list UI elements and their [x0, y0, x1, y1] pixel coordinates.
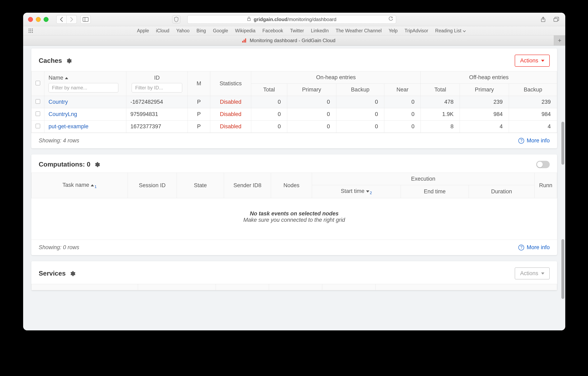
- computations-toggle[interactable]: [536, 161, 550, 168]
- col-end-time[interactable]: End time: [401, 185, 469, 198]
- cache-name-link[interactable]: CountryLng: [49, 111, 77, 117]
- select-all-checkbox[interactable]: [36, 81, 40, 85]
- col-task-name[interactable]: Task name1: [32, 173, 128, 198]
- svg-rect-0: [83, 17, 88, 21]
- col-on-primary[interactable]: Primary: [287, 84, 336, 96]
- table-row[interactable]: put-get-example1672377397PDisabled000084…: [32, 121, 557, 133]
- computations-more-info-link[interactable]: ? More info: [518, 244, 550, 251]
- caches-title: Caches: [39, 57, 62, 64]
- table-row[interactable]: CountryLng975994831PDisabled00001.9K9849…: [32, 108, 557, 121]
- col-m[interactable]: M: [188, 71, 210, 96]
- tab-title: Monitoring dashboard - GridGain Cloud: [250, 38, 336, 43]
- col-off-primary[interactable]: Primary: [460, 84, 509, 96]
- favorite-link[interactable]: Yahoo: [176, 28, 190, 33]
- svg-rect-13: [32, 32, 33, 33]
- stats-value: Disabled: [220, 111, 241, 117]
- row-checkbox[interactable]: [36, 124, 40, 128]
- sidebar-toggle[interactable]: [80, 15, 91, 24]
- services-title: Services: [39, 270, 66, 277]
- svg-rect-15: [244, 40, 245, 42]
- favorite-link[interactable]: Wikipedia: [235, 28, 256, 33]
- cache-name-link[interactable]: Country: [49, 99, 68, 105]
- svg-rect-4: [554, 18, 557, 21]
- favorite-link[interactable]: Facebook: [262, 28, 283, 33]
- favorite-link[interactable]: Apple: [137, 28, 149, 33]
- row-checkbox[interactable]: [36, 112, 40, 116]
- share-button[interactable]: [539, 15, 547, 24]
- window-controls: [28, 17, 49, 22]
- svg-rect-16: [245, 39, 246, 42]
- caches-more-info-link[interactable]: ? More info: [518, 137, 550, 144]
- services-actions-button[interactable]: Actions: [515, 267, 550, 280]
- favorite-link[interactable]: Reading List: [435, 28, 461, 33]
- tab-active[interactable]: Monitoring dashboard - GridGain Cloud: [23, 35, 554, 45]
- favorite-link[interactable]: Bing: [197, 28, 206, 33]
- col-start-time[interactable]: Start time2: [312, 185, 401, 198]
- favorite-link[interactable]: TripAdvisor: [405, 28, 428, 33]
- caret-down-icon: [541, 272, 544, 274]
- caches-actions-button[interactable]: Actions: [515, 55, 550, 67]
- row-checkbox[interactable]: [36, 99, 40, 104]
- filter-name-input[interactable]: [49, 83, 118, 93]
- close-window[interactable]: [28, 17, 33, 22]
- col-state[interactable]: State: [177, 173, 224, 198]
- tabs-button[interactable]: [552, 15, 560, 24]
- safari-window: gridgain.cloud/monitoring/dashboard Appl…: [23, 13, 565, 330]
- scrollbar[interactable]: [561, 122, 564, 165]
- url-host: gridgain.cloud: [254, 17, 288, 22]
- stats-value: Disabled: [220, 123, 241, 129]
- col-runn[interactable]: Runn: [535, 173, 557, 198]
- favorite-link[interactable]: iCloud: [156, 28, 169, 33]
- favorite-link[interactable]: Yelp: [389, 28, 398, 33]
- favorites-grid-icon[interactable]: [28, 28, 33, 33]
- caches-table: Name ID M Statistics On-heap entries Off…: [31, 71, 557, 133]
- new-tab-button[interactable]: +: [554, 35, 565, 45]
- col-on-near[interactable]: Near: [384, 84, 421, 96]
- privacy-report-button[interactable]: [172, 15, 180, 23]
- minimize-window[interactable]: [36, 17, 41, 22]
- services-card: Services Actions: [31, 261, 557, 290]
- back-button[interactable]: [56, 15, 66, 24]
- col-nodes[interactable]: Nodes: [271, 173, 312, 198]
- titlebar: gridgain.cloud/monitoring/dashboard: [23, 13, 565, 26]
- filter-id-input[interactable]: [132, 83, 182, 93]
- svg-rect-7: [32, 29, 33, 30]
- svg-rect-2: [247, 18, 250, 21]
- col-session-id[interactable]: Session ID: [128, 173, 177, 198]
- gear-icon[interactable]: [66, 58, 72, 64]
- col-on-total[interactable]: Total: [251, 84, 287, 96]
- cache-name-link[interactable]: put-get-example: [49, 123, 88, 129]
- col-duration[interactable]: Duration: [469, 185, 535, 198]
- favorite-link[interactable]: LinkedIn: [311, 28, 329, 33]
- zoom-window[interactable]: [44, 17, 49, 22]
- sort-asc-icon: [65, 77, 68, 79]
- svg-rect-8: [29, 30, 30, 31]
- help-icon: ?: [518, 138, 524, 144]
- computations-title: Computations: 0: [39, 161, 90, 168]
- favorite-link[interactable]: The Weather Channel: [336, 28, 382, 33]
- gridgain-favicon-icon: [242, 38, 247, 43]
- gear-icon[interactable]: [70, 271, 75, 276]
- col-off-total[interactable]: Total: [421, 84, 460, 96]
- favorite-link[interactable]: Google: [213, 28, 228, 33]
- col-statistics[interactable]: Statistics: [210, 71, 251, 96]
- svg-rect-9: [30, 30, 31, 31]
- col-off-backup[interactable]: Backup: [509, 84, 557, 96]
- table-row[interactable]: Country-1672482954PDisabled0000478239239: [32, 96, 557, 108]
- favorite-link[interactable]: Twitter: [290, 28, 304, 33]
- tab-bar: Monitoring dashboard - GridGain Cloud +: [23, 35, 565, 46]
- reload-icon[interactable]: [389, 17, 393, 22]
- forward-button[interactable]: [66, 15, 77, 24]
- col-sender[interactable]: Sender ID8: [224, 173, 271, 198]
- help-icon: ?: [518, 245, 524, 251]
- caches-card: Caches Actions: [31, 49, 557, 148]
- address-bar[interactable]: gridgain.cloud/monitoring/dashboard: [187, 15, 396, 24]
- col-onheap-group: On-heap entries: [251, 71, 421, 84]
- scrollbar[interactable]: [561, 239, 564, 299]
- col-execution-group: Execution: [312, 173, 535, 185]
- gear-icon[interactable]: [94, 162, 100, 167]
- col-on-backup[interactable]: Backup: [336, 84, 384, 96]
- col-name[interactable]: Name: [49, 75, 63, 81]
- svg-rect-11: [29, 32, 30, 33]
- col-id[interactable]: ID: [154, 75, 160, 81]
